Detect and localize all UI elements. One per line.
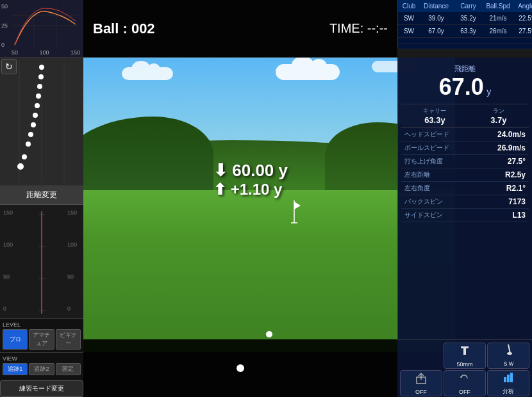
head-speed-row: ヘッドスピード 24.0m/s	[401, 128, 529, 142]
scale-area: 150 100 50 0 150 100 50 0	[0, 205, 83, 318]
x-label-150: 150	[71, 49, 80, 56]
data-table: Club Distance Carry Ball.Spd Angle Direc…	[397, 0, 532, 49]
svg-rect-41	[507, 375, 510, 382]
launch-angle-value: 27.5°	[508, 157, 526, 166]
level-amateur-button[interactable]: アマチュア	[29, 329, 54, 350]
practice-mode-button[interactable]: 練習モード変更	[0, 380, 83, 397]
col-club: Club	[399, 1, 419, 11]
row1-angle: 22.5°	[513, 13, 532, 23]
time-display: TIME: --:--	[329, 21, 388, 36]
carry-value: 63.3y	[423, 115, 446, 125]
backspin-value: 7173	[508, 197, 526, 206]
level-label: LEVEL	[3, 321, 81, 328]
svg-text:150: 150	[67, 209, 77, 216]
view-track1-button[interactable]: 追跡1	[3, 363, 28, 375]
svg-point-16	[22, 154, 27, 159]
main-distance-value: 60.00 y	[232, 161, 288, 180]
stats-panel: 飛距離 67.0 y キャリー 63.3y ラン 3.7y ヘッドスピード 24…	[397, 58, 532, 339]
distance-overlay: ⬇ 60.00 y ⬆ +1.10 y	[213, 161, 288, 199]
export-icon	[415, 372, 428, 387]
chart-icon	[502, 371, 515, 386]
level-pro-button[interactable]: プロ	[3, 329, 28, 350]
view-track2-button[interactable]: 追跡2	[29, 363, 54, 375]
club-select-button[interactable]: ＳＷ	[487, 343, 529, 369]
svg-text:150: 150	[3, 209, 13, 216]
row2-carry: 63.3y	[454, 26, 483, 36]
svg-point-12	[33, 113, 38, 118]
ball-speed-value: 26.9m/s	[497, 143, 526, 152]
y-label-0: 0	[1, 42, 8, 48]
table-row: SW 39.0y 35.2y 21m/s 22.5° -1.6°	[398, 12, 532, 25]
lr-dist-value: R2.5y	[505, 170, 526, 179]
svg-point-15	[26, 142, 31, 147]
replay-off-button[interactable]: OFF	[444, 370, 486, 396]
carry-cell: キャリー 63.3y	[423, 107, 446, 125]
svg-point-13	[31, 122, 36, 127]
svg-rect-35	[461, 346, 469, 348]
tee-height-label: 50mm	[456, 361, 472, 368]
sidespin-row: サイドスピン L13	[401, 209, 529, 222]
y-label-25: 25	[1, 22, 8, 29]
view-buttons: 追跡1 追跡2 固定	[3, 363, 81, 375]
table-row: SW 67.0y 63.3y 26m/s 27.5° 2.1°	[398, 25, 532, 38]
fly-distance-value: 67.0	[439, 74, 484, 100]
row1-carry: 35.2y	[454, 13, 483, 23]
x-label-50: 50	[12, 49, 18, 56]
ball-speed-label: ボールスピード	[404, 143, 449, 152]
club-icon	[502, 343, 515, 359]
ball-side-view: ↻	[0, 58, 83, 186]
row2-angle: 27.5°	[513, 26, 532, 36]
bottom-bar	[83, 339, 397, 397]
svg-text:100: 100	[3, 241, 13, 248]
down-arrow-icon: ⬇	[213, 161, 228, 180]
level-beginner-button[interactable]: ビギナー	[56, 329, 81, 350]
export-off-button[interactable]: OFF	[400, 370, 442, 396]
up-arrow-icon: ⬆	[213, 181, 226, 198]
view-fixed-button[interactable]: 固定	[56, 363, 81, 375]
svg-marker-32	[294, 202, 301, 209]
svg-text:50: 50	[67, 273, 74, 280]
row2-distance: 67.0y	[419, 26, 454, 36]
header: Ball : 002 TIME: --:--	[83, 0, 397, 58]
analysis-button[interactable]: 分析	[487, 370, 529, 396]
carry-label: キャリー	[423, 107, 446, 115]
sub-distance-value: +1.10 y	[231, 181, 283, 198]
chart-x-labels: 50 100 150	[12, 49, 80, 56]
lr-dist-row: 左右距離 R2.5y	[401, 168, 529, 182]
svg-point-17	[17, 163, 24, 170]
col-angle: Angle	[513, 1, 532, 11]
svg-point-9	[37, 84, 42, 89]
lr-angle-label: 左右角度	[404, 184, 430, 193]
club-label: ＳＷ	[503, 360, 514, 368]
ball-number: Ball : 002	[93, 20, 155, 37]
col-carry: Carry	[454, 1, 483, 11]
chart-y-labels: 50 25 0	[1, 3, 8, 48]
table-header: Club Distance Carry Ball.Spd Angle Direc…	[398, 0, 532, 12]
view-section: VIEW 追跡1 追跡2 固定	[0, 352, 83, 378]
range-change-button[interactable]: 距離変更	[0, 186, 83, 205]
empty-cell	[400, 343, 442, 369]
x-label-100: 100	[39, 49, 49, 56]
col-distance: Distance	[419, 1, 454, 11]
launch-angle-row: 打ち上げ角度 27.5°	[401, 155, 529, 168]
ball-speed-row: ボールスピード 26.9m/s	[401, 142, 529, 155]
main-stat: 飛距離 67.0 y	[401, 61, 529, 104]
tee-icon	[458, 344, 471, 360]
level-section: LEVEL プロ アマチュア ビギナー	[0, 318, 83, 352]
lr-angle-value: R2.1°	[506, 184, 526, 193]
level-buttons: プロ アマチュア ビギナー	[3, 329, 81, 350]
svg-text:0: 0	[67, 305, 71, 312]
carry-run-row: キャリー 63.3y ラン 3.7y	[401, 104, 529, 128]
left-panel: 50 25 0 50 100 150 ↻	[0, 0, 83, 397]
analysis-label: 分析	[503, 387, 514, 396]
replay-icon	[458, 372, 471, 387]
col-ball-spd: Ball.Spd	[483, 1, 513, 11]
sidespin-label: サイドスピン	[404, 211, 443, 220]
tee-height-button[interactable]: 50mm	[444, 343, 486, 369]
svg-point-8	[38, 74, 44, 79]
launch-angle-label: 打ち上げ角度	[404, 157, 443, 166]
svg-point-11	[35, 103, 40, 108]
time-label: TIME:	[329, 21, 363, 35]
bottom-right-controls: 50mm ＳＷ OFF OFF	[397, 339, 532, 397]
y-label-50: 50	[1, 3, 8, 10]
